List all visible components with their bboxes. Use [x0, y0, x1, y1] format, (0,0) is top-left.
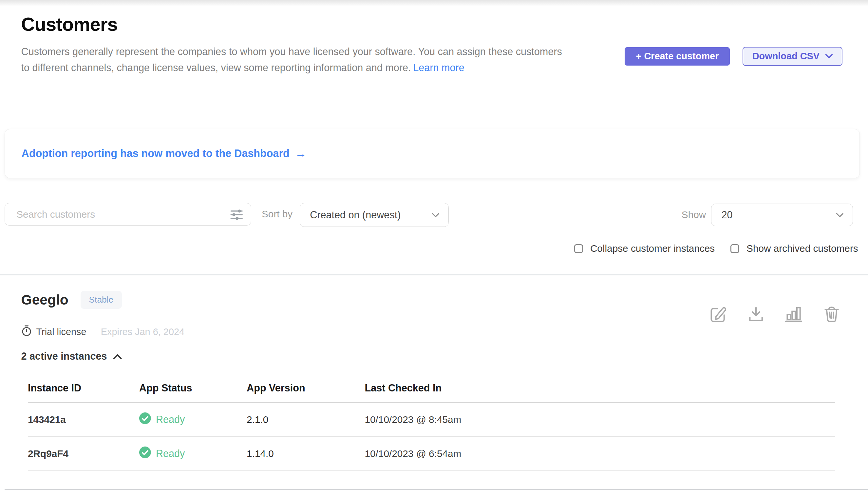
app-status-text: Ready	[156, 448, 185, 459]
check-circle-icon	[139, 412, 151, 427]
column-header: App Version	[247, 382, 365, 394]
download-icon[interactable]	[747, 305, 765, 323]
app-status: Ready	[139, 412, 247, 427]
license-row: Trial license Expires Jan 6, 2024	[21, 325, 185, 339]
last-checked-in: 10/10/2023 @ 6:54am	[365, 448, 835, 459]
header-actions: + Create customer Download CSV	[624, 47, 842, 66]
show-count-value: 20	[721, 209, 732, 221]
create-customer-button[interactable]: + Create customer	[624, 47, 730, 66]
timer-icon	[21, 325, 32, 339]
app-version: 2.1.0	[247, 414, 365, 425]
checkbox-box[interactable]	[731, 244, 739, 253]
search-customers-box	[4, 203, 251, 226]
section-divider	[0, 274, 868, 275]
download-csv-label: Download CSV	[752, 51, 820, 62]
app-status: Ready	[139, 446, 247, 460]
customer-name: Geeglo	[21, 292, 69, 308]
arrow-right-icon: →	[295, 147, 307, 160]
check-circle-icon	[139, 446, 151, 460]
table-header-row: Instance ID App Status App Version Last …	[28, 382, 835, 403]
instances-table: Instance ID App Status App Version Last …	[28, 382, 835, 471]
bar-chart-icon[interactable]	[784, 305, 803, 323]
learn-more-link[interactable]: Learn more	[413, 62, 464, 73]
edit-icon[interactable]	[709, 305, 727, 323]
top-scroll-shadow	[0, 0, 868, 6]
app-status-text: Ready	[156, 414, 185, 425]
customer-actions	[709, 305, 841, 323]
app-version: 1.14.0	[247, 448, 365, 459]
checkbox-box[interactable]	[574, 244, 583, 253]
sort-dropdown[interactable]: Created on (newest)	[300, 203, 449, 227]
instances-toggle[interactable]: 2 active instances	[21, 351, 122, 362]
license-expires: Expires Jan 6, 2024	[101, 327, 185, 337]
table-row: 143421a Ready 2.1.0 10/10/2023 @ 8:45am	[28, 403, 835, 437]
license-type: Trial license	[36, 327, 86, 337]
show-count-dropdown[interactable]: 20	[711, 203, 853, 227]
column-header: Last Checked In	[365, 382, 835, 394]
adoption-banner-text: Adoption reporting has now moved to the …	[21, 147, 290, 160]
show-archived-checkbox[interactable]: Show archived customers	[731, 243, 858, 254]
channel-badge: Stable	[80, 291, 122, 309]
download-csv-button[interactable]: Download CSV	[742, 47, 842, 66]
collapse-instances-label: Collapse customer instances	[590, 243, 715, 254]
collapse-instances-checkbox[interactable]: Collapse customer instances	[574, 243, 715, 254]
sort-dropdown-value: Created on (newest)	[310, 209, 401, 221]
chevron-up-icon	[113, 351, 122, 361]
page-bottom-divider	[4, 489, 868, 490]
instance-id: 143421a	[28, 414, 139, 425]
chevron-down-icon	[836, 210, 844, 220]
customers-page: Customers Customers generally represent …	[0, 0, 868, 497]
filter-sliders-icon[interactable]	[230, 209, 244, 223]
trash-icon[interactable]	[823, 305, 841, 323]
instance-id: 2Rq9aF4	[28, 448, 139, 459]
chevron-down-icon	[432, 210, 440, 220]
checkbox-row: Collapse customer instances Show archive…	[574, 243, 858, 254]
sort-by-label: Sort by	[262, 209, 293, 219]
customer-header: Geeglo Stable	[21, 291, 122, 309]
chevron-down-icon	[825, 54, 833, 59]
column-header: Instance ID	[28, 382, 139, 394]
page-description: Customers generally represent the compan…	[21, 44, 570, 76]
table-row: 2Rq9aF4 Ready 1.14.0 10/10/2023 @ 6:54am	[28, 437, 835, 471]
show-label: Show	[682, 209, 706, 220]
page-title: Customers	[21, 13, 118, 35]
column-header: App Status	[139, 382, 247, 394]
page-description-text: Customers generally represent the compan…	[21, 46, 562, 73]
search-input[interactable]	[5, 203, 251, 226]
last-checked-in: 10/10/2023 @ 8:45am	[365, 414, 835, 425]
adoption-banner[interactable]: Adoption reporting has now moved to the …	[4, 129, 860, 178]
instances-toggle-label: 2 active instances	[21, 351, 107, 362]
show-archived-label: Show archived customers	[747, 243, 858, 254]
